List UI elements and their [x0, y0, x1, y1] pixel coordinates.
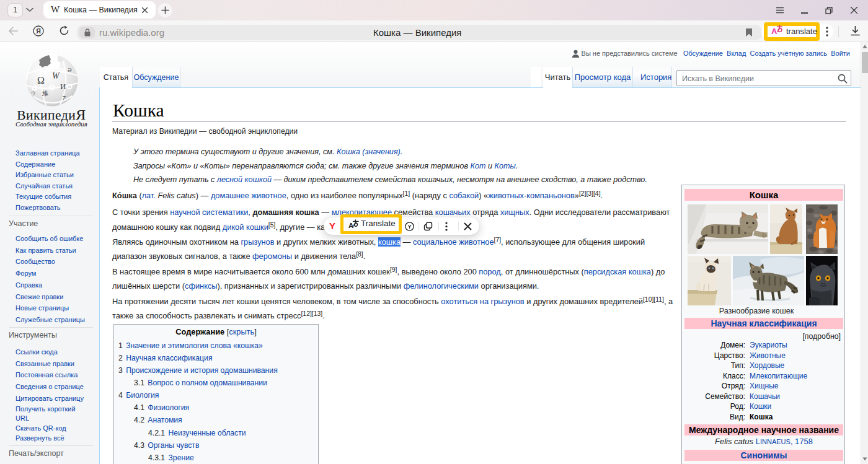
svg-text:Ω: Ω [37, 75, 45, 85]
svg-text:ウ: ウ [31, 90, 36, 96]
svg-text:Ә: Ә [68, 67, 72, 73]
svg-text:7: 7 [62, 94, 66, 102]
svg-text:維: 維 [42, 90, 48, 97]
svg-text:Y: Y [408, 224, 412, 230]
svg-text:W: W [52, 71, 60, 81]
svg-text:Я: Я [36, 27, 41, 35]
svg-text:И: И [60, 82, 66, 91]
svg-text:A: A [348, 222, 353, 229]
